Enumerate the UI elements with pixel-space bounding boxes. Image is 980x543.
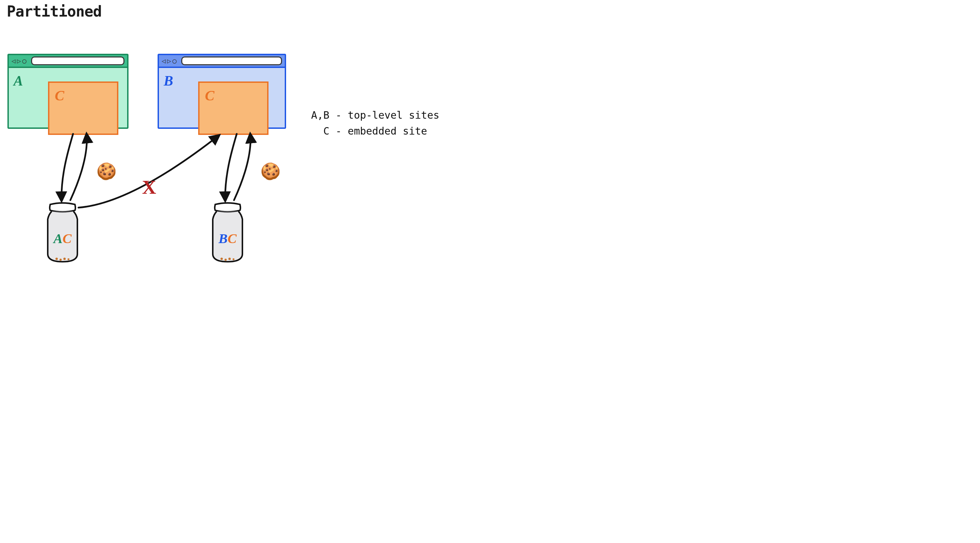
- browser-a-toolbar: ◁▷◯: [9, 55, 127, 68]
- cookie-icon: 🍪: [96, 163, 117, 179]
- blocked-icon: X: [142, 176, 156, 198]
- svg-point-3: [68, 258, 70, 260]
- jar-c-letter: C: [228, 231, 237, 246]
- jar-c-letter: C: [62, 231, 72, 246]
- legend-line-1: A,B - top-level sites: [311, 108, 439, 124]
- embed-c-label: C: [205, 87, 215, 104]
- site-b-label: B: [164, 73, 173, 89]
- nav-icons: ◁▷◯: [162, 57, 177, 64]
- svg-point-7: [233, 258, 235, 260]
- jar-a-letter: A: [53, 231, 62, 246]
- browser-b: ◁▷◯ B C: [158, 54, 286, 129]
- cookie-jar-bc: BC: [202, 200, 253, 264]
- embed-c-in-a: C: [48, 81, 118, 135]
- svg-point-4: [221, 258, 223, 260]
- legend-line-2: C - embedded site: [311, 124, 439, 139]
- svg-point-2: [63, 258, 65, 260]
- cookie-jar-ac: AC: [37, 200, 88, 264]
- browser-b-toolbar: ◁▷◯: [159, 55, 285, 68]
- diagram-title: Partitioned: [7, 3, 102, 20]
- browser-a: ◁▷◯ A C: [8, 54, 129, 129]
- svg-point-0: [56, 258, 58, 260]
- embed-c-in-b: C: [198, 81, 269, 135]
- svg-point-6: [228, 258, 231, 260]
- svg-point-1: [59, 259, 62, 261]
- svg-point-5: [224, 259, 227, 261]
- address-bar: [31, 56, 124, 65]
- site-a-label: A: [14, 73, 23, 89]
- cookie-icon: 🍪: [260, 163, 281, 179]
- legend: A,B - top-level sites C - embedded site: [311, 108, 439, 139]
- nav-icons: ◁▷◯: [11, 57, 26, 64]
- embed-c-label: C: [55, 87, 64, 104]
- jar-b-letter: B: [218, 231, 228, 246]
- address-bar: [181, 56, 282, 65]
